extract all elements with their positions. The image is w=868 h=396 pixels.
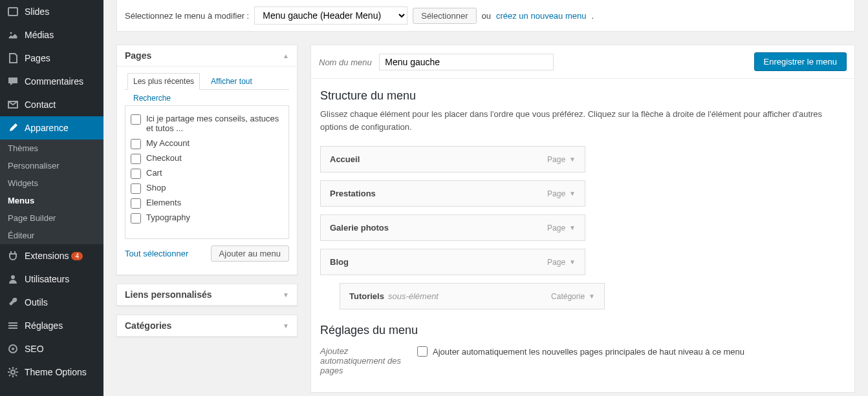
- update-badge: 4: [71, 252, 83, 260]
- sidebar-item-commentaires[interactable]: Commentaires: [0, 70, 103, 93]
- or-text: ou: [482, 11, 491, 21]
- page-checkbox[interactable]: [131, 213, 141, 224]
- sidebar-item-utilisateurs[interactable]: Utilisateurs: [0, 267, 103, 291]
- page-checkbox-item[interactable]: Checkout: [131, 151, 283, 165]
- sidebar-sub-menus[interactable]: Menus: [0, 192, 103, 209]
- add-to-menu-button[interactable]: Ajouter au menu: [211, 245, 289, 262]
- page-checkbox[interactable]: [131, 114, 141, 125]
- links-postbox: Liens personnalisés ▼: [116, 284, 298, 306]
- auto-add-label: Ajoutez automatiquement des pages: [320, 346, 404, 375]
- page-checkbox[interactable]: [131, 154, 141, 164]
- sidebar-item-extensions[interactable]: Extensions4: [0, 244, 103, 267]
- page-checkbox[interactable]: [131, 198, 141, 209]
- create-menu-link[interactable]: créez un nouveau menu: [496, 11, 586, 21]
- page-checkbox[interactable]: [131, 169, 141, 179]
- settings-icon: [6, 319, 19, 332]
- menu-item-type: Page ▼: [547, 224, 576, 233]
- plugin-icon: [6, 249, 19, 262]
- page-checkbox[interactable]: [131, 139, 141, 149]
- pages-postbox-header[interactable]: Pages ▲: [117, 45, 297, 67]
- categories-postbox-header[interactable]: Catégories ▼: [117, 315, 297, 337]
- tab-all[interactable]: Afficher tout: [205, 73, 258, 90]
- menu-select[interactable]: Menu gauche (Header Menu): [254, 6, 407, 25]
- svg-point-9: [11, 370, 15, 374]
- categories-postbox: Catégories ▼: [116, 315, 298, 337]
- svg-point-1: [10, 32, 12, 34]
- sidebar-sub-widgets[interactable]: Widgets: [0, 174, 103, 192]
- links-postbox-header[interactable]: Liens personnalisés ▼: [117, 284, 297, 306]
- chevron-down-icon[interactable]: ▼: [569, 258, 576, 266]
- page-checkbox-item[interactable]: Cart: [131, 165, 283, 180]
- svg-rect-5: [8, 325, 17, 326]
- menu-edit-frame: Nom du menu Enregistrer le menu Structur…: [310, 45, 855, 393]
- sidebar-sub-éditeur[interactable]: Éditeur: [0, 227, 103, 244]
- sidebar-item-réglages[interactable]: Réglages: [0, 314, 103, 337]
- pages-tabs: Les plus récentes Afficher tout: [125, 73, 289, 90]
- menu-item-type: Page ▼: [547, 189, 576, 198]
- page-checkbox-item[interactable]: Typography: [131, 210, 283, 225]
- pages-checklist[interactable]: Ici je partage mes conseils, astuces et …: [125, 106, 288, 238]
- menu-item-type: Page ▼: [547, 258, 576, 267]
- categories-postbox-title: Catégories: [125, 320, 171, 331]
- sidebar-item-seo[interactable]: SEO: [0, 337, 103, 360]
- sidebar-item-theme-options[interactable]: Theme Options: [0, 360, 103, 384]
- menu-item[interactable]: Tutorielssous-élémentCatégorie ▼: [340, 283, 605, 309]
- menu-item[interactable]: PrestationsPage ▼: [320, 180, 585, 207]
- page-checkbox[interactable]: [131, 183, 141, 194]
- chevron-down-icon[interactable]: ▼: [569, 190, 576, 197]
- tab-recent[interactable]: Les plus récentes: [127, 73, 200, 90]
- sidebar-item-médias[interactable]: Médias: [0, 23, 103, 47]
- menu-name-input[interactable]: [379, 54, 554, 70]
- svg-rect-0: [8, 8, 17, 16]
- svg-rect-6: [8, 328, 17, 329]
- menu-item[interactable]: BlogPage ▼: [320, 249, 585, 275]
- structure-heading: Structure du menu: [320, 89, 845, 103]
- expand-icon: ▼: [283, 291, 289, 298]
- sidebar-item-label: Outils: [25, 297, 48, 307]
- page-checkbox-item[interactable]: Shop: [131, 180, 283, 195]
- page-icon: [6, 52, 19, 65]
- sidebar-item-label: Réglages: [25, 320, 63, 331]
- page-checkbox-item[interactable]: Ici je partage mes conseils, astuces et …: [131, 111, 283, 136]
- menu-item[interactable]: AccueilPage ▼: [320, 146, 585, 172]
- menu-name-label: Nom du menu: [319, 57, 372, 67]
- menu-item[interactable]: Galerie photosPage ▼: [320, 214, 585, 241]
- seo-icon: [6, 342, 19, 355]
- sidebar-item-slides[interactable]: Slides: [0, 0, 103, 23]
- chevron-down-icon[interactable]: ▼: [569, 156, 576, 163]
- menu-select-label: Sélectionnez le menu à modifier :: [125, 11, 249, 21]
- page-checkbox-item[interactable]: My Account: [131, 136, 283, 151]
- save-menu-button[interactable]: Enregistrer le menu: [754, 52, 847, 71]
- menu-item-type: Page ▼: [547, 155, 576, 164]
- sidebar-sub-thèmes[interactable]: Thèmes: [0, 140, 103, 157]
- tab-search[interactable]: Recherche: [127, 90, 177, 106]
- select-all-link[interactable]: Tout sélectionner: [125, 249, 188, 258]
- settings-heading: Réglages du menu: [320, 324, 845, 337]
- auto-add-checkbox[interactable]: [417, 346, 428, 357]
- svg-rect-4: [8, 322, 17, 324]
- select-button[interactable]: Sélectionner: [413, 8, 476, 24]
- pages-postbox: Pages ▲ Les plus récentes Afficher tout …: [116, 45, 298, 275]
- expand-icon: ▼: [283, 322, 289, 329]
- menu-item-title: Tutorielssous-élément: [349, 291, 439, 301]
- sidebar-item-apparence[interactable]: Apparence: [0, 116, 103, 140]
- sidebar-sub-page builder[interactable]: Page Builder: [0, 209, 103, 227]
- mail-icon: [6, 98, 19, 111]
- sidebar-item-contact[interactable]: Contact: [0, 93, 103, 116]
- sidebar-item-pages[interactable]: Pages: [0, 47, 103, 70]
- main-content: Sélectionnez le menu à modifier : Menu g…: [103, 0, 868, 396]
- chevron-down-icon[interactable]: ▼: [589, 293, 595, 300]
- sidebar-sub-personnaliser[interactable]: Personnaliser: [0, 157, 103, 174]
- sidebar-item-label: Slides: [25, 6, 49, 17]
- sidebar-item-label: Extensions: [25, 251, 69, 261]
- admin-sidebar: SlidesMédiasPagesCommentairesContactAppa…: [0, 0, 103, 396]
- chevron-down-icon[interactable]: ▼: [569, 224, 576, 231]
- sidebar-item-label: Pages: [25, 53, 50, 63]
- menu-items-list: AccueilPage ▼PrestationsPage ▼Galerie ph…: [320, 146, 845, 309]
- sidebar-item-outils[interactable]: Outils: [0, 291, 103, 314]
- gear-icon: [6, 366, 19, 379]
- tools-icon: [6, 296, 19, 309]
- page-checkbox-item[interactable]: Elements: [131, 195, 283, 210]
- pages-postbox-title: Pages: [125, 50, 151, 61]
- menu-select-bar: Sélectionnez le menu à modifier : Menu g…: [116, 0, 855, 32]
